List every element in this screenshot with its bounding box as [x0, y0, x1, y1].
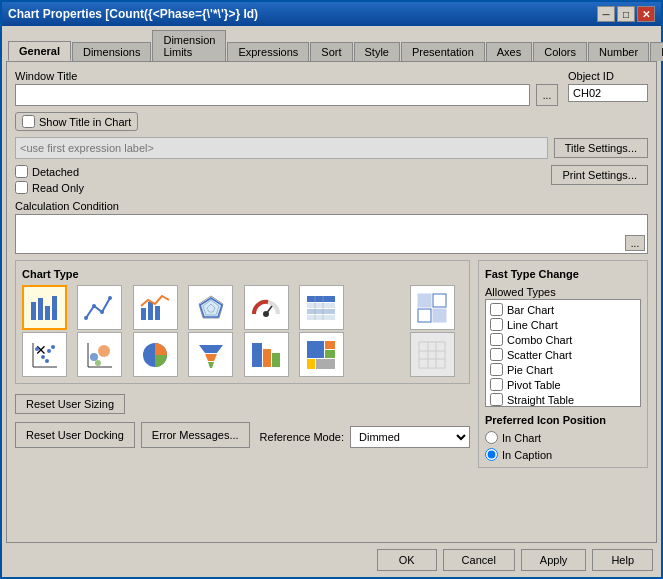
- allowed-type-straight-table[interactable]: Straight Table: [488, 392, 638, 407]
- tabs-bar: General Dimensions Dimension Limits Expr…: [2, 26, 661, 61]
- title-settings-btn[interactable]: Title Settings...: [554, 138, 648, 158]
- calc-ellipsis-btn[interactable]: ...: [625, 235, 645, 251]
- show-title-label: Show Title in Chart: [39, 116, 131, 128]
- chart-icon-funnel[interactable]: [188, 332, 233, 377]
- svg-rect-45: [263, 349, 271, 367]
- show-title-checkbox[interactable]: [22, 115, 35, 128]
- svg-point-5: [92, 304, 96, 308]
- in-caption-radio-row[interactable]: In Caption: [485, 448, 641, 461]
- tab-style[interactable]: Style: [354, 42, 400, 61]
- apply-btn[interactable]: Apply: [521, 549, 587, 571]
- in-chart-radio[interactable]: [485, 431, 498, 444]
- straight-table-checkbox[interactable]: [490, 393, 503, 406]
- allowed-type-combo-chart[interactable]: Combo Chart: [488, 332, 638, 347]
- tab-number[interactable]: Number: [588, 42, 649, 61]
- bar-chart-label: Bar Chart: [507, 304, 554, 316]
- svg-rect-19: [307, 309, 335, 314]
- scatter-chart-label: Scatter Chart: [507, 349, 572, 361]
- detached-checkbox[interactable]: [15, 165, 28, 178]
- tab-axes[interactable]: Axes: [486, 42, 532, 61]
- window-title-input[interactable]: [15, 84, 530, 106]
- footer: OK Cancel Apply Help: [2, 543, 661, 577]
- reference-mode-select[interactable]: Dimmed Hidden Normal: [350, 426, 470, 448]
- in-chart-radio-row[interactable]: In Chart: [485, 431, 641, 444]
- svg-rect-46: [272, 353, 280, 367]
- title-bar: Chart Properties [Count({<Phase={\'*\'}>…: [2, 2, 661, 26]
- line-chart-checkbox[interactable]: [490, 318, 503, 331]
- chart-type-label: Chart Type: [22, 268, 79, 280]
- allowed-types-label: Allowed Types: [485, 286, 556, 298]
- line-chart-label: Line Chart: [507, 319, 558, 331]
- tab-colors[interactable]: Colors: [533, 42, 587, 61]
- title-controls: ─ □ ✕: [597, 6, 655, 22]
- help-btn[interactable]: Help: [592, 549, 653, 571]
- tab-expressions[interactable]: Expressions: [227, 42, 309, 61]
- chart-icon-radar[interactable]: [188, 285, 233, 330]
- svg-rect-50: [325, 350, 335, 358]
- reset-sizing-btn[interactable]: Reset User Sizing: [15, 394, 125, 414]
- allowed-type-pie-chart[interactable]: Pie Chart: [488, 362, 638, 377]
- svg-rect-25: [418, 309, 431, 322]
- tab-dimension-limits[interactable]: Dimension Limits: [152, 30, 226, 61]
- reset-docking-btn[interactable]: Reset User Docking: [15, 422, 135, 448]
- allowed-type-scatter-chart[interactable]: Scatter Chart: [488, 347, 638, 362]
- detached-label: Detached: [32, 166, 79, 178]
- chart-icon-line[interactable]: [77, 285, 122, 330]
- tab-dimensions[interactable]: Dimensions: [72, 42, 151, 61]
- svg-point-37: [90, 353, 98, 361]
- svg-rect-20: [307, 315, 335, 320]
- pie-chart-checkbox[interactable]: [490, 363, 503, 376]
- pivot-table-checkbox[interactable]: [490, 378, 503, 391]
- read-only-label: Read Only: [32, 182, 84, 194]
- chart-type-section: Chart Type: [15, 260, 470, 384]
- svg-rect-24: [433, 294, 446, 307]
- chart-icon-pivot-prev[interactable]: [410, 285, 455, 330]
- maximize-btn[interactable]: □: [617, 6, 635, 22]
- chart-icon-mekko[interactable]: [244, 332, 289, 377]
- object-id-input[interactable]: [568, 84, 648, 102]
- chart-icon-table[interactable]: [299, 285, 344, 330]
- read-only-checkbox[interactable]: [15, 181, 28, 194]
- allowed-type-bar-chart[interactable]: Bar Chart: [488, 302, 638, 317]
- expression-label-input[interactable]: [15, 137, 548, 159]
- minimize-btn[interactable]: ─: [597, 6, 615, 22]
- chart-icon-grid[interactable]: [410, 332, 455, 377]
- error-messages-btn[interactable]: Error Messages...: [141, 422, 250, 448]
- tab-presentation[interactable]: Presentation: [401, 42, 485, 61]
- svg-rect-2: [45, 306, 50, 320]
- chart-icon-gauge[interactable]: [244, 285, 289, 330]
- chart-icon-bubble[interactable]: [77, 332, 122, 377]
- in-caption-radio[interactable]: [485, 448, 498, 461]
- svg-rect-18: [307, 303, 335, 308]
- tab-font[interactable]: Font: [650, 42, 663, 61]
- chart-icon-bar[interactable]: [22, 285, 67, 330]
- combo-chart-checkbox[interactable]: [490, 333, 503, 346]
- show-title-checkbox-row[interactable]: Show Title in Chart: [15, 112, 138, 131]
- chart-icon-spacer2: [354, 332, 399, 377]
- allowed-type-pivot-table[interactable]: Pivot Table: [488, 377, 638, 392]
- chart-icon-scatter[interactable]: ✕: [22, 332, 67, 377]
- svg-rect-10: [155, 306, 160, 320]
- svg-rect-1: [38, 298, 43, 320]
- svg-marker-41: [199, 345, 223, 353]
- close-btn[interactable]: ✕: [637, 6, 655, 22]
- allowed-type-line-chart[interactable]: Line Chart: [488, 317, 638, 332]
- chart-icon-treemap[interactable]: [299, 332, 344, 377]
- svg-rect-53: [419, 342, 445, 368]
- tab-sort[interactable]: Sort: [310, 42, 352, 61]
- read-only-row: Read Only: [15, 181, 84, 194]
- object-id-label: Object ID: [568, 70, 648, 82]
- ok-btn[interactable]: OK: [377, 549, 437, 571]
- svg-point-34: [45, 359, 49, 363]
- window-title-ellipsis-btn[interactable]: ...: [536, 84, 558, 106]
- chart-icon-combo[interactable]: [133, 285, 178, 330]
- scatter-chart-checkbox[interactable]: [490, 348, 503, 361]
- tab-general[interactable]: General: [8, 41, 71, 61]
- svg-rect-26: [433, 309, 446, 322]
- calc-condition-area[interactable]: ...: [15, 214, 648, 254]
- cancel-btn[interactable]: Cancel: [443, 549, 515, 571]
- print-settings-btn[interactable]: Print Settings...: [551, 165, 648, 185]
- chart-icon-pie[interactable]: [133, 332, 178, 377]
- bar-chart-checkbox[interactable]: [490, 303, 503, 316]
- svg-rect-3: [52, 296, 57, 320]
